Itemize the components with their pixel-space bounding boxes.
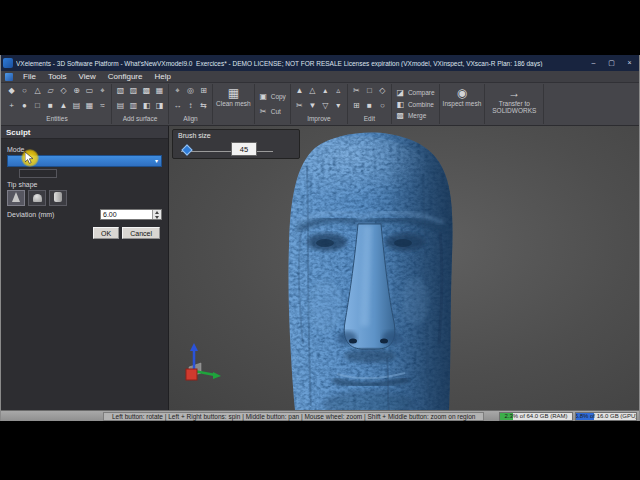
- combine-button[interactable]: ◧ Combine: [396, 100, 435, 109]
- edit-icon[interactable]: ■: [363, 100, 376, 112]
- deviation-input[interactable]: 6.00: [100, 209, 162, 220]
- mouse-hints: Left button: rotate | Left + Right butto…: [103, 412, 484, 421]
- improve-icon[interactable]: ▵: [332, 85, 345, 97]
- toolbar-group-edit: ✂□◇ ⊞■○ Edit: [348, 84, 392, 124]
- app-icon: [3, 58, 13, 68]
- menu-bar: File Tools View Configure Help: [1, 71, 639, 83]
- add-surface-icon[interactable]: ▧: [114, 85, 127, 97]
- menu-configure[interactable]: Configure: [102, 71, 149, 83]
- mouse-cursor-icon: [25, 152, 34, 164]
- improve-icon[interactable]: ▽: [319, 100, 332, 112]
- edit-icon[interactable]: □: [363, 85, 376, 97]
- edit-icon[interactable]: ⊞: [350, 100, 363, 112]
- minimize-button[interactable]: –: [586, 57, 601, 69]
- add-surface-icon[interactable]: ◨: [153, 100, 166, 112]
- brush-size-value[interactable]: 45: [231, 142, 257, 156]
- align-icon[interactable]: ⇆: [197, 100, 210, 112]
- entity-icon[interactable]: ⊕: [70, 85, 83, 97]
- copy-button[interactable]: ▣ Copy: [259, 92, 286, 101]
- axis-triad-widget[interactable]: [175, 341, 223, 393]
- entity-icon[interactable]: ■: [44, 100, 57, 112]
- cone-icon: [12, 192, 20, 202]
- entity-icon[interactable]: ▦: [83, 100, 96, 112]
- tip-shape-sphere-button[interactable]: [28, 190, 46, 206]
- cut-label: Cut: [271, 108, 281, 115]
- merge-label: Merge: [408, 112, 426, 119]
- entity-icon[interactable]: □: [31, 100, 44, 112]
- sculpt-panel: Sculpt Mode ▾ Tip shape: [1, 126, 169, 410]
- tip-shape-cone-button[interactable]: [7, 190, 25, 206]
- entity-icon[interactable]: ≈: [96, 100, 109, 112]
- entity-icon[interactable]: ▱: [44, 85, 57, 97]
- deviation-row: Deviation (mm) 6.00: [7, 209, 162, 220]
- entity-icon[interactable]: ▲: [57, 100, 70, 112]
- align-icon[interactable]: ↔: [171, 100, 184, 112]
- ram-usage-text: 2.3% of 64.0 GB (RAM): [500, 413, 572, 420]
- moai-statue-mesh[interactable]: [237, 126, 505, 410]
- entity-icon[interactable]: △: [31, 85, 44, 97]
- compare-button[interactable]: ◪ Compare: [396, 88, 435, 97]
- edit-icon[interactable]: ◇: [376, 85, 389, 97]
- clean-mesh-icon: ▦: [228, 86, 239, 100]
- edit-icon[interactable]: ○: [376, 100, 389, 112]
- brush-slider-handle[interactable]: [181, 144, 192, 155]
- inspect-mesh-button[interactable]: ◉ Inspect mesh: [440, 84, 486, 124]
- improve-icon[interactable]: ▼: [306, 100, 319, 112]
- cut-button[interactable]: ✂ Cut: [259, 107, 286, 116]
- vxelements-window: VXelements - 3D Software Platform - What…: [0, 55, 640, 421]
- add-surface-icon[interactable]: ▤: [114, 100, 127, 112]
- gpu-usage-text: 5.8% of 16.0 GB (GPU): [576, 413, 636, 420]
- add-surface-icon[interactable]: ◧: [140, 100, 153, 112]
- vx-logo-icon: [5, 73, 13, 81]
- add-surface-group-label: Add surface: [114, 115, 166, 124]
- menu-file[interactable]: File: [17, 71, 42, 83]
- copy-label: Copy: [271, 93, 286, 100]
- cursor-highlight: [21, 149, 39, 167]
- align-icon[interactable]: ↕: [184, 100, 197, 112]
- improve-icon[interactable]: △: [306, 85, 319, 97]
- deviation-value[interactable]: 6.00: [101, 210, 152, 219]
- entity-icon[interactable]: +: [5, 100, 18, 112]
- mode-dropdown-list[interactable]: [19, 169, 57, 178]
- improve-icon[interactable]: ▲: [293, 85, 306, 97]
- align-icon[interactable]: ⌖: [171, 85, 184, 97]
- compare-icon: ◪: [396, 88, 405, 97]
- tip-shape-cylinder-button[interactable]: [49, 190, 67, 206]
- improve-icon[interactable]: ✂: [293, 100, 306, 112]
- viewport-3d[interactable]: Brush size 45: [169, 126, 639, 410]
- align-icon[interactable]: ⊞: [197, 85, 210, 97]
- merge-button[interactable]: ▩ Merge: [396, 111, 435, 120]
- brush-size-slider[interactable]: [181, 151, 273, 152]
- entity-icon[interactable]: ▤: [70, 100, 83, 112]
- entity-icon[interactable]: ◇: [57, 85, 70, 97]
- edit-icon[interactable]: ✂: [350, 85, 363, 97]
- menu-help[interactable]: Help: [148, 71, 176, 83]
- toolbar-group-improve: ▲△▴▵ ✂▼▽▾ Improve: [291, 84, 348, 124]
- align-icon[interactable]: ◎: [184, 85, 197, 97]
- improve-icon[interactable]: ▾: [332, 100, 345, 112]
- ok-button[interactable]: OK: [93, 227, 119, 239]
- tip-shape-options: [7, 190, 164, 206]
- combine-label: Combine: [408, 101, 434, 108]
- entity-icon[interactable]: ⌖: [96, 85, 109, 97]
- entity-icon[interactable]: ●: [18, 100, 31, 112]
- stepper-down-icon[interactable]: [153, 215, 161, 220]
- add-surface-icon[interactable]: ▨: [127, 85, 140, 97]
- improve-icon[interactable]: ▴: [319, 85, 332, 97]
- add-surface-icon[interactable]: ▥: [127, 100, 140, 112]
- menu-tools[interactable]: Tools: [42, 71, 73, 83]
- entity-icon[interactable]: ○: [18, 85, 31, 97]
- add-surface-icon[interactable]: ▦: [153, 85, 166, 97]
- cancel-button[interactable]: Cancel: [122, 227, 160, 239]
- toolbar-group-add-surface: ▧▨▩▦ ▤▥◧◨ Add surface: [112, 84, 169, 124]
- entity-icon[interactable]: ◆: [5, 85, 18, 97]
- transfer-solidworks-button[interactable]: → Transfer to SOLIDWORKS: [485, 84, 544, 124]
- close-button[interactable]: ×: [622, 57, 637, 69]
- ram-usage-meter: 2.3% of 64.0 GB (RAM): [499, 412, 573, 421]
- clean-mesh-label: Clean mesh: [216, 100, 251, 107]
- add-surface-icon[interactable]: ▩: [140, 85, 153, 97]
- menu-view[interactable]: View: [73, 71, 102, 83]
- clean-mesh-button[interactable]: ▦ Clean mesh: [213, 84, 255, 124]
- maximize-button[interactable]: ▢: [604, 57, 619, 69]
- entity-icon[interactable]: ▭: [83, 85, 96, 97]
